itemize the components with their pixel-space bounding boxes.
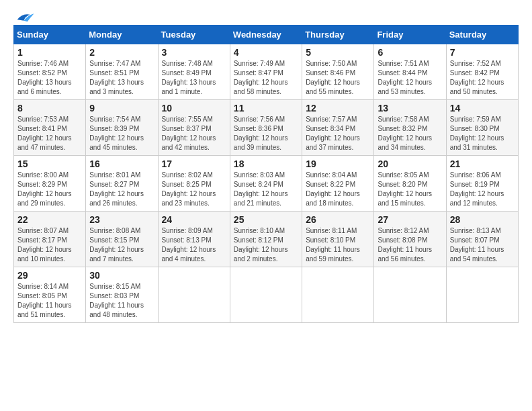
table-row: 29 Sunrise: 8:14 AMSunset: 8:05 PMDaylig…	[14, 267, 86, 323]
day-number: 5	[306, 47, 370, 58]
day-info: Sunrise: 7:47 AMSunset: 8:51 PMDaylight:…	[89, 59, 154, 97]
day-number: 23	[89, 214, 154, 225]
header-sunday: Sunday	[14, 26, 86, 44]
day-number: 22	[17, 214, 82, 225]
table-row: 26 Sunrise: 8:11 AMSunset: 8:10 PMDaylig…	[302, 212, 374, 267]
table-row: 4 Sunrise: 7:49 AMSunset: 8:47 PMDayligh…	[230, 44, 302, 100]
calendar-table: Sunday Monday Tuesday Wednesday Thursday…	[13, 25, 519, 323]
day-info: Sunrise: 7:52 AMSunset: 8:42 PMDaylight:…	[450, 59, 515, 97]
day-info: Sunrise: 8:06 AMSunset: 8:19 PMDaylight:…	[450, 171, 515, 208]
day-number: 8	[17, 103, 82, 113]
day-info: Sunrise: 8:01 AMSunset: 8:27 PMDaylight:…	[89, 171, 154, 208]
day-number: 25	[234, 214, 298, 225]
day-number: 12	[306, 103, 370, 113]
table-row: 21 Sunrise: 8:06 AMSunset: 8:19 PMDaylig…	[446, 156, 518, 212]
day-info: Sunrise: 7:53 AMSunset: 8:41 PMDaylight:…	[17, 115, 82, 152]
day-info: Sunrise: 8:08 AMSunset: 8:15 PMDaylight:…	[89, 226, 154, 264]
day-number: 7	[450, 47, 515, 58]
day-number: 20	[378, 158, 442, 169]
table-row	[446, 267, 518, 323]
logo-bird-icon	[15, 10, 35, 24]
table-row: 13 Sunrise: 7:58 AMSunset: 8:32 PMDaylig…	[374, 100, 446, 156]
day-number: 19	[306, 158, 370, 169]
day-info: Sunrise: 8:13 AMSunset: 8:07 PMDaylight:…	[450, 226, 515, 264]
day-info: Sunrise: 8:02 AMSunset: 8:25 PMDaylight:…	[162, 171, 226, 208]
table-row: 14 Sunrise: 7:59 AMSunset: 8:30 PMDaylig…	[446, 100, 518, 156]
table-row: 5 Sunrise: 7:50 AMSunset: 8:46 PMDayligh…	[302, 44, 374, 100]
table-row	[158, 267, 230, 323]
table-row: 3 Sunrise: 7:48 AMSunset: 8:49 PMDayligh…	[158, 44, 230, 100]
day-info: Sunrise: 8:03 AMSunset: 8:24 PMDaylight:…	[234, 171, 298, 208]
day-number: 16	[89, 158, 154, 169]
table-row: 23 Sunrise: 8:08 AMSunset: 8:15 PMDaylig…	[86, 212, 158, 267]
table-row: 24 Sunrise: 8:09 AMSunset: 8:13 PMDaylig…	[158, 212, 230, 267]
day-number: 18	[234, 158, 298, 169]
table-row: 11 Sunrise: 7:56 AMSunset: 8:36 PMDaylig…	[230, 100, 302, 156]
table-row: 18 Sunrise: 8:03 AMSunset: 8:24 PMDaylig…	[230, 156, 302, 212]
day-info: Sunrise: 7:50 AMSunset: 8:46 PMDaylight:…	[306, 59, 370, 97]
day-info: Sunrise: 8:09 AMSunset: 8:13 PMDaylight:…	[162, 226, 226, 264]
day-info: Sunrise: 8:11 AMSunset: 8:10 PMDaylight:…	[306, 226, 370, 264]
day-number: 21	[450, 158, 515, 169]
day-number: 9	[89, 103, 154, 113]
table-row: 9 Sunrise: 7:54 AMSunset: 8:39 PMDayligh…	[86, 100, 158, 156]
day-info: Sunrise: 8:05 AMSunset: 8:20 PMDaylight:…	[378, 171, 442, 208]
day-info: Sunrise: 8:07 AMSunset: 8:17 PMDaylight:…	[17, 226, 82, 264]
logo	[13, 13, 35, 18]
day-number: 14	[450, 103, 515, 113]
day-info: Sunrise: 7:51 AMSunset: 8:44 PMDaylight:…	[378, 59, 442, 97]
table-row: 15 Sunrise: 8:00 AMSunset: 8:29 PMDaylig…	[14, 156, 86, 212]
table-row: 10 Sunrise: 7:55 AMSunset: 8:37 PMDaylig…	[158, 100, 230, 156]
day-number: 3	[162, 47, 226, 58]
table-row: 22 Sunrise: 8:07 AMSunset: 8:17 PMDaylig…	[14, 212, 86, 267]
day-number: 13	[378, 103, 442, 113]
day-info: Sunrise: 7:46 AMSunset: 8:52 PMDaylight:…	[17, 59, 82, 97]
day-info: Sunrise: 8:15 AMSunset: 8:03 PMDaylight:…	[89, 282, 154, 320]
table-row: 16 Sunrise: 8:01 AMSunset: 8:27 PMDaylig…	[86, 156, 158, 212]
day-info: Sunrise: 8:14 AMSunset: 8:05 PMDaylight:…	[17, 282, 82, 320]
day-number: 17	[162, 158, 226, 169]
table-row: 17 Sunrise: 8:02 AMSunset: 8:25 PMDaylig…	[158, 156, 230, 212]
day-info: Sunrise: 7:56 AMSunset: 8:36 PMDaylight:…	[234, 115, 298, 152]
day-info: Sunrise: 7:58 AMSunset: 8:32 PMDaylight:…	[378, 115, 442, 152]
table-row: 27 Sunrise: 8:12 AMSunset: 8:08 PMDaylig…	[374, 212, 446, 267]
table-row: 25 Sunrise: 8:10 AMSunset: 8:12 PMDaylig…	[230, 212, 302, 267]
day-number: 15	[17, 158, 82, 169]
table-row: 2 Sunrise: 7:47 AMSunset: 8:51 PMDayligh…	[86, 44, 158, 100]
day-info: Sunrise: 8:10 AMSunset: 8:12 PMDaylight:…	[234, 226, 298, 264]
table-row: 30 Sunrise: 8:15 AMSunset: 8:03 PMDaylig…	[86, 267, 158, 323]
day-number: 30	[89, 270, 154, 281]
table-row: 28 Sunrise: 8:13 AMSunset: 8:07 PMDaylig…	[446, 212, 518, 267]
table-row	[374, 267, 446, 323]
day-info: Sunrise: 7:54 AMSunset: 8:39 PMDaylight:…	[89, 115, 154, 152]
header-wednesday: Wednesday	[230, 26, 302, 44]
day-number: 27	[378, 214, 442, 225]
table-row	[302, 267, 374, 323]
table-row: 20 Sunrise: 8:05 AMSunset: 8:20 PMDaylig…	[374, 156, 446, 212]
day-info: Sunrise: 7:59 AMSunset: 8:30 PMDaylight:…	[450, 115, 515, 152]
day-number: 6	[378, 47, 442, 58]
page-header	[13, 13, 519, 18]
header-monday: Monday	[86, 26, 158, 44]
table-row: 8 Sunrise: 7:53 AMSunset: 8:41 PMDayligh…	[14, 100, 86, 156]
day-number: 1	[17, 47, 82, 58]
header-tuesday: Tuesday	[158, 26, 230, 44]
header-friday: Friday	[374, 26, 446, 44]
table-row: 12 Sunrise: 7:57 AMSunset: 8:34 PMDaylig…	[302, 100, 374, 156]
day-number: 26	[306, 214, 370, 225]
day-number: 24	[162, 214, 226, 225]
day-info: Sunrise: 7:55 AMSunset: 8:37 PMDaylight:…	[162, 115, 226, 152]
day-number: 2	[89, 47, 154, 58]
day-info: Sunrise: 7:57 AMSunset: 8:34 PMDaylight:…	[306, 115, 370, 152]
day-info: Sunrise: 7:48 AMSunset: 8:49 PMDaylight:…	[162, 59, 226, 97]
header-saturday: Saturday	[446, 26, 518, 44]
table-row: 19 Sunrise: 8:04 AMSunset: 8:22 PMDaylig…	[302, 156, 374, 212]
day-number: 28	[450, 214, 515, 225]
day-number: 4	[234, 47, 298, 58]
day-number: 29	[17, 270, 82, 281]
day-info: Sunrise: 8:12 AMSunset: 8:08 PMDaylight:…	[378, 226, 442, 264]
table-row	[230, 267, 302, 323]
table-row: 6 Sunrise: 7:51 AMSunset: 8:44 PMDayligh…	[374, 44, 446, 100]
header-thursday: Thursday	[302, 26, 374, 44]
table-row: 1 Sunrise: 7:46 AMSunset: 8:52 PMDayligh…	[14, 44, 86, 100]
